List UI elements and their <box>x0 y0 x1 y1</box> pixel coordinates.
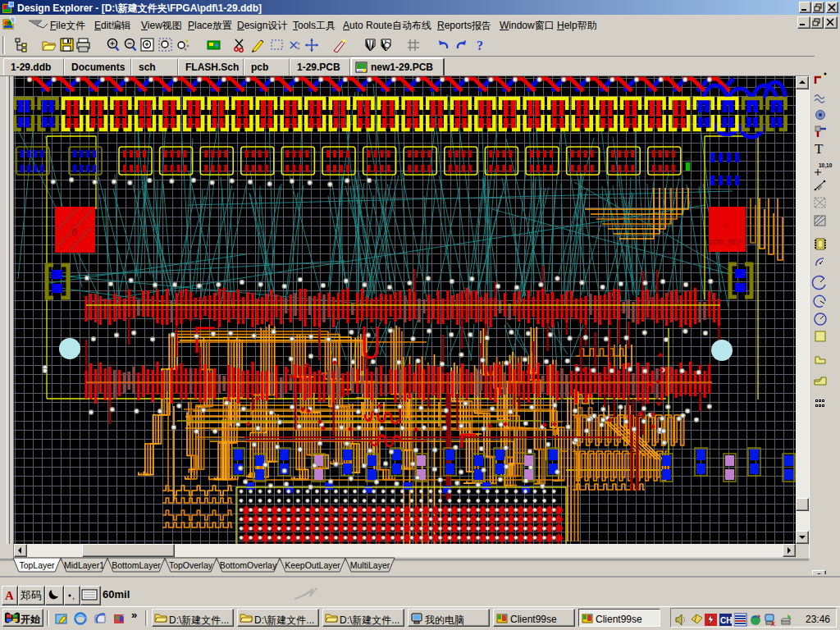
svg-text:MidLayer1: MidLayer1 <box>64 560 104 570</box>
svg-text:BottomOverlay: BottomOverlay <box>220 560 277 570</box>
svg-text:T: T <box>815 141 824 157</box>
svg-text:MultiLayer: MultiLayer <box>350 560 390 570</box>
svg-text:1: 1 <box>724 221 728 229</box>
svg-text:郑码: 郑码 <box>20 589 42 601</box>
svg-text:TopOverlay: TopOverlay <box>169 560 213 570</box>
svg-text:BottomLayer: BottomLayer <box>112 560 161 570</box>
svg-text:KeepOutLayer: KeepOutLayer <box>285 560 340 570</box>
svg-text:10: 10 <box>815 184 823 191</box>
svg-text:?: ? <box>477 39 483 52</box>
svg-text:TopLayer: TopLayer <box>19 560 55 570</box>
svg-text:10,10: 10,10 <box>819 162 833 169</box>
svg-text:0: 0 <box>72 228 77 237</box>
svg-text:x: x <box>771 619 775 627</box>
svg-text:DDR_REF: DDR_REF <box>709 238 742 246</box>
svg-text:CH: CH <box>720 616 732 625</box>
svg-text:A: A <box>5 589 14 602</box>
svg-text:,: , <box>72 591 75 600</box>
